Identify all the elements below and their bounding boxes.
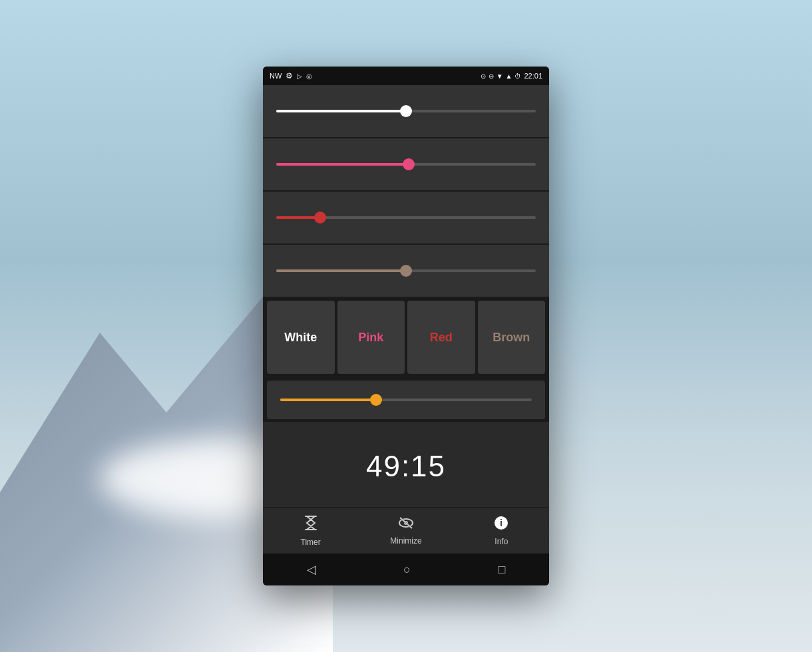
nav-minimize[interactable]: Minimize bbox=[358, 516, 453, 546]
status-icon-settings: ⚙ bbox=[286, 71, 293, 81]
android-home-button[interactable]: ○ bbox=[403, 563, 411, 577]
brown-slider-fill bbox=[276, 269, 406, 272]
orange-slider-section bbox=[263, 378, 549, 422]
orange-slider-fill bbox=[280, 399, 376, 401]
minimize-nav-label: Minimize bbox=[390, 536, 421, 546]
timer-value: 49:15 bbox=[366, 450, 446, 483]
bottom-nav: Timer Minimize bbox=[263, 507, 549, 554]
android-back-button[interactable]: ◁ bbox=[307, 562, 316, 577]
white-slider-fill bbox=[276, 110, 406, 112]
timer-display: 49:15 bbox=[263, 422, 549, 507]
pink-slider-track[interactable] bbox=[276, 163, 536, 166]
status-bar: NW ⚙ ▷ ◎ ⊙ ⊖ ▼ ▲ ⏱ 22:01 bbox=[263, 67, 549, 85]
android-recents-button[interactable]: □ bbox=[498, 563, 505, 577]
white-slider-track[interactable] bbox=[276, 110, 536, 112]
status-right: ⊙ ⊖ ▼ ▲ ⏱ 22:01 bbox=[481, 72, 542, 80]
phone-frame: NW ⚙ ▷ ◎ ⊙ ⊖ ▼ ▲ ⏱ 22:01 bbox=[263, 67, 549, 585]
minimize-nav-icon bbox=[397, 516, 415, 534]
timer-nav-label: Timer bbox=[301, 538, 321, 547]
status-alarm-icon: ⏱ bbox=[514, 73, 521, 80]
status-wifi-icon: ▼ bbox=[497, 73, 503, 80]
status-icon-target: ◎ bbox=[306, 73, 312, 80]
status-left: NW ⚙ ▷ ◎ bbox=[270, 71, 312, 81]
status-signal-icon: ▲ bbox=[506, 73, 512, 80]
nav-info[interactable]: i Info bbox=[454, 516, 549, 546]
nav-timer[interactable]: Timer bbox=[263, 515, 358, 547]
brown-color-button[interactable]: Brown bbox=[478, 301, 546, 374]
status-time: 22:01 bbox=[524, 72, 542, 80]
red-slider-track[interactable] bbox=[276, 216, 536, 219]
main-content: White Pink Red Brown 49:15 bbox=[263, 85, 549, 554]
status-icon-play: ▷ bbox=[297, 73, 302, 80]
pink-color-button[interactable]: Pink bbox=[337, 301, 405, 374]
status-location-icon: ⊙ bbox=[481, 73, 486, 80]
pink-slider-fill bbox=[276, 163, 409, 166]
sliders-section bbox=[263, 85, 549, 297]
brown-slider-track[interactable] bbox=[276, 269, 536, 272]
brown-slider-thumb[interactable] bbox=[400, 265, 412, 277]
pink-slider-thumb[interactable] bbox=[403, 158, 415, 170]
info-nav-label: Info bbox=[495, 537, 508, 546]
red-color-button[interactable]: Red bbox=[407, 301, 475, 374]
white-slider-row[interactable] bbox=[263, 85, 549, 137]
status-minus-icon: ⊖ bbox=[489, 73, 494, 80]
white-color-button[interactable]: White bbox=[267, 301, 335, 374]
status-nw: NW bbox=[270, 72, 282, 80]
timer-nav-icon bbox=[304, 515, 318, 535]
orange-slider-thumb[interactable] bbox=[370, 394, 382, 406]
android-nav-bar: ◁ ○ □ bbox=[263, 554, 549, 585]
brown-slider-row[interactable] bbox=[263, 245, 549, 297]
info-nav-icon: i bbox=[494, 516, 508, 534]
svg-text:i: i bbox=[500, 518, 503, 528]
red-slider-thumb[interactable] bbox=[314, 212, 326, 224]
white-slider-thumb[interactable] bbox=[400, 105, 412, 117]
orange-slider-row[interactable] bbox=[267, 381, 545, 419]
pink-slider-row[interactable] bbox=[263, 138, 549, 190]
red-slider-row[interactable] bbox=[263, 192, 549, 244]
orange-slider-track[interactable] bbox=[280, 399, 532, 401]
color-buttons-grid: White Pink Red Brown bbox=[263, 297, 549, 378]
